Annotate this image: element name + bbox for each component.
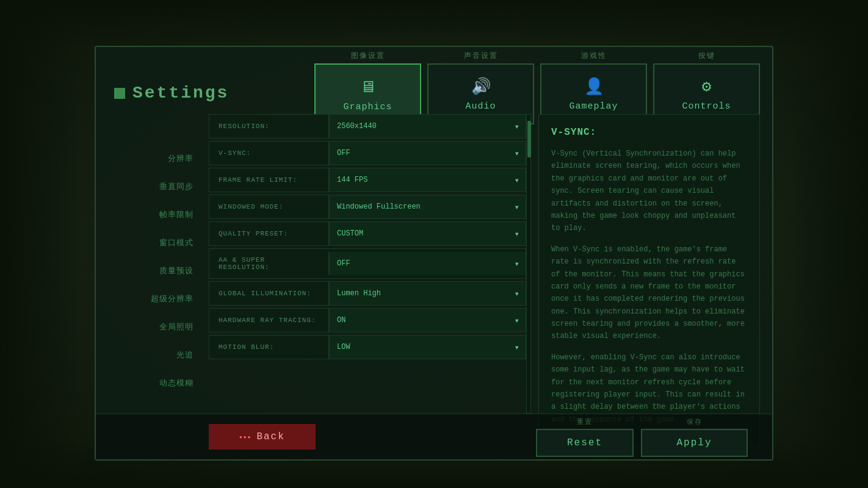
global-illum-dropdown-wrapper: Off Lumen Low Lumen Medium Lumen High [328,282,526,305]
tab-audio[interactable]: 声音设置 🔊 Audio [427,47,534,124]
vsync-label: V-SYNC: [209,142,328,164]
vsync-dropdown-wrapper: OFF ON [328,142,526,165]
hardware-ray-tracing-label: HARDWARE RAY TRACING: [209,309,328,331]
settings-icon [114,88,125,99]
ray-tracing-dropdown[interactable]: OFF ON [330,309,526,332]
setting-row-windowed-mode: WINDOWED MODE: Windowed Windowed Fullscr… [209,195,526,219]
motion-blur-dropdown[interactable]: OFF LOW MEDIUM HIGH [330,336,526,359]
audio-icon: 🔊 [471,77,491,96]
windowed-mode-dropdown[interactable]: Windowed Windowed Fullscreen Fullscreen [330,195,526,218]
tab-graphics[interactable]: 图像设置 🖥 Graphics [314,47,421,124]
reset-btn-wrapper: 重置 Reset [536,417,634,457]
aa-dropdown[interactable]: OFF FXAA TAA DLSS FSR [330,252,526,275]
sidebar-item-resolution[interactable]: 分辨率 [96,145,206,173]
frame-rate-dropdown[interactable]: 30 FPS 60 FPS 120 FPS 144 FPS Unlimited [330,168,526,192]
setting-row-aa-super-resolution: AA & SUPER RESOLUTION: OFF FXAA TAA DLSS… [209,248,526,279]
bottom-bar: Back 重置 Reset 保存 Apply [96,414,772,459]
setting-row-global-illumination: GLOBAL ILLUMINATION: Off Lumen Low Lumen… [209,281,526,306]
setting-row-hardware-ray-tracing: HARDWARE RAY TRACING: OFF ON [209,308,526,332]
sidebar-item-vsync[interactable]: 垂直同步 [96,173,206,201]
global-illum-dropdown[interactable]: Off Lumen Low Lumen Medium Lumen High [330,282,526,305]
sidebar-item-window-mode[interactable]: 窗口模式 [96,229,206,257]
tab-gameplay[interactable]: 游戏性 👤 Gameplay [540,47,647,124]
sidebar-item-motion-blur[interactable]: 动态模糊 [96,369,206,397]
aa-dropdown-wrapper: OFF FXAA TAA DLSS FSR [328,252,526,275]
apply-button[interactable]: Apply [641,429,748,457]
quality-preset-dropdown-wrapper: Low Medium High Ultra CUSTOM [328,222,526,245]
tab-group: 图像设置 🖥 Graphics 声音设置 🔊 Audio 游 [314,47,760,124]
tab-audio-cn-label: 声音设置 [464,47,498,63]
scrollbar-thumb[interactable] [527,121,531,157]
quality-preset-dropdown[interactable]: Low Medium High Ultra CUSTOM [330,222,526,245]
main-window: 图像设置 🖥 Graphics 声音设置 🔊 Audio 游 [95,46,773,461]
ray-tracing-dropdown-wrapper: OFF ON [328,309,526,332]
setting-row-quality-preset: QUALITY PRESET: Low Medium High Ultra CU… [209,221,526,246]
tab-graphics-cn-label: 图像设置 [351,47,385,63]
background: 图像设置 🖥 Graphics 声音设置 🔊 Audio 游 [0,0,868,488]
settings-title-area: Settings [114,84,229,102]
sidebar: 分辨率 垂直同步 帧率限制 窗口模式 质量预设 超级分辨率 全局照明 光追 动态… [96,145,206,397]
info-paragraph-1: V-Sync (Vertical Synchronization) can he… [551,148,747,235]
reset-button[interactable]: Reset [536,429,634,457]
gameplay-icon: 👤 [584,77,604,96]
sidebar-item-aa-super-res[interactable]: 超级分辨率 [96,285,206,313]
scrollbar-track[interactable] [526,114,531,414]
action-buttons: 重置 Reset 保存 Apply [536,417,748,457]
apply-btn-wrapper: 保存 Apply [641,417,748,457]
page-title: Settings [132,84,229,102]
back-button[interactable]: Back [209,424,316,450]
resolution-label: RESOLUTION: [209,115,328,137]
settings-list-column: RESOLUTION: 1920x1080 2560x1440 3840x216… [209,114,526,414]
setting-row-vsync: V-SYNC: OFF ON [209,141,526,165]
monitor-icon: 🖥 [360,77,376,97]
resolution-dropdown[interactable]: 1920x1080 2560x1440 3840x2160 [330,115,526,138]
info-panel-column: V-SYNC: V-Sync (Vertical Synchronization… [538,114,760,414]
reset-cn-label: 重置 [577,417,593,426]
sidebar-item-quality-preset[interactable]: 质量预设 [96,257,206,285]
frame-rate-dropdown-wrapper: 30 FPS 60 FPS 120 FPS 144 FPS Unlimited [328,168,526,192]
sidebar-item-ray-tracing[interactable]: 光追 [96,341,206,369]
settings-list: RESOLUTION: 1920x1080 2560x1440 3840x216… [209,114,526,414]
resolution-dropdown-wrapper: 1920x1080 2560x1440 3840x2160 [328,115,526,138]
sidebar-item-frame-rate[interactable]: 帧率限制 [96,201,206,229]
global-illumination-label: GLOBAL ILLUMINATION: [209,282,328,304]
setting-row-frame-rate-limit: FRAME RATE LIMIT: 30 FPS 60 FPS 120 FPS … [209,168,526,192]
motion-blur-label: MOTION BLUR: [209,336,328,358]
tab-gameplay-label: Gameplay [569,101,618,112]
frame-rate-limit-label: FRAME RATE LIMIT: [209,169,328,191]
tab-controls-label: Controls [682,101,731,112]
tab-graphics-label: Graphics [343,102,392,112]
setting-row-resolution: RESOLUTION: 1920x1080 2560x1440 3840x216… [209,114,526,138]
sidebar-item-global-illum[interactable]: 全局照明 [96,313,206,341]
back-button-label: Back [256,431,284,442]
quality-preset-label: QUALITY PRESET: [209,223,328,245]
apply-cn-label: 保存 [687,417,703,426]
controls-icon: ⚙ [702,77,712,96]
windowed-mode-label: WINDOWED MODE: [209,196,328,218]
info-paragraph-2: When V-Sync is enabled, the game's frame… [551,243,747,343]
info-panel: V-SYNC: V-Sync (Vertical Synchronization… [538,114,760,447]
motion-blur-dropdown-wrapper: OFF LOW MEDIUM HIGH [328,336,526,359]
windowed-mode-dropdown-wrapper: Windowed Windowed Fullscreen Fullscreen [328,195,526,218]
setting-row-motion-blur: MOTION BLUR: OFF LOW MEDIUM HIGH [209,335,526,359]
vsync-dropdown[interactable]: OFF ON [330,142,526,165]
tab-audio-label: Audio [465,101,496,112]
tab-controls[interactable]: 按键 ⚙ Controls [653,47,760,124]
content-area: RESOLUTION: 1920x1080 2560x1440 3840x216… [209,114,760,414]
info-title: V-SYNC: [551,127,747,138]
tab-controls-cn-label: 按键 [698,47,715,63]
tab-gameplay-cn-label: 游戏性 [581,47,607,63]
aa-super-resolution-label: AA & SUPER RESOLUTION: [209,249,328,278]
